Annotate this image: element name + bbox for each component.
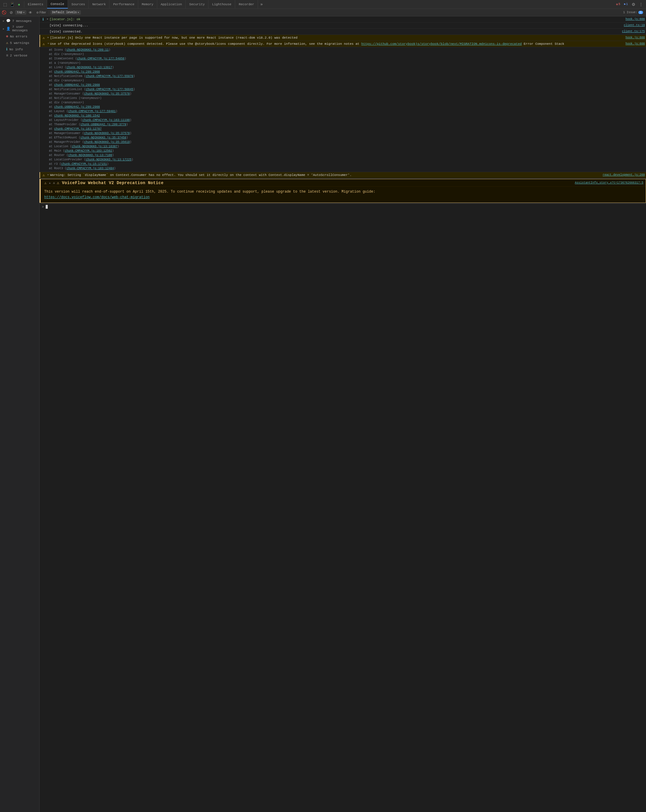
deprecated-icons-link[interactable]: https://github.com/storybookjs/storybook… — [361, 42, 522, 46]
stack-link-10[interactable]: chunk-CMPACYYM.js:177:56645 — [86, 88, 133, 91]
context-dropdown[interactable]: top ▾ — [15, 10, 26, 15]
stack-link-27[interactable]: chunk-CMPACYYM.js:15:17151 — [61, 162, 107, 166]
log-react-instance-source[interactable]: hook.js:608 — [623, 35, 645, 39]
errors-count: 5 — [619, 3, 620, 6]
stack-line-20: at ManagerConsumer (chunk-NQ2K6KKO.js:35… — [49, 131, 645, 136]
stack-link-20[interactable]: chunk-NQ2K6KKO.js:35:37578 — [84, 132, 130, 135]
extensions-icon[interactable]: ● — [16, 1, 22, 8]
stack-line-18: at ThemeProvider (chunk-U0BNU442.js:299:… — [49, 122, 645, 127]
stack-link-15[interactable]: chunk-CMPACYYM.js:177:59401 — [68, 110, 116, 113]
settings-button[interactable]: ⚙ — [630, 1, 637, 8]
log-vite-connected-source[interactable]: client.ts:175 — [620, 29, 645, 33]
errors-badge[interactable]: ⊗ 5 — [615, 2, 622, 6]
stack-line-8: at div (<anonymous>) — [49, 78, 645, 83]
warnings-icon: ⚠ — [6, 41, 8, 45]
expand-displayname-icon[interactable]: ▶ — [47, 173, 50, 176]
log-locator-ok-text: [locator.js]: ok — [49, 17, 623, 22]
log-deprecated-icons-source[interactable]: hook.js:608 — [623, 41, 645, 45]
log-vite-connecting-source[interactable]: client.ts:19 — [622, 23, 645, 27]
tab-memory[interactable]: Memory — [138, 0, 157, 9]
stack-line-22: at ManagerProvider (chunk-NQ2K6KKO.js:35… — [49, 140, 645, 144]
sidebar-item-warnings[interactable]: ▶ ⚠ 5 warnings — [1, 40, 39, 46]
expand-react-icon[interactable]: ▶ — [47, 35, 50, 39]
tab-application[interactable]: Application — [157, 0, 186, 9]
levels-arrow-icon: ▾ — [78, 11, 79, 14]
sidebar-item-user-messages[interactable]: ▶ 👤 7 user messages — [1, 24, 39, 33]
stack-link-28[interactable]: chunk-CMPACYYM.js:183:12484 — [66, 167, 114, 170]
messages-icon: 💬 — [6, 19, 11, 23]
stack-line-1: at Icons (chunk-NQ2K6KKO.js:209:11) — [49, 48, 645, 52]
expand-deprecated-icon[interactable]: ▼ — [47, 41, 50, 45]
stack-link-22[interactable]: chunk-NQ2K6KKO.js:35:35619 — [84, 140, 130, 144]
tab-performance[interactable]: Performance — [110, 0, 138, 9]
stack-line-7: at NotificationItem (chunk-CMPACYYM.js:1… — [49, 74, 645, 78]
stack-link-6[interactable]: chunk-U0BNU442.js:299:2908 — [54, 70, 100, 73]
stack-line-23: at Location (chunk-NQ2K6KKO.js:13:16387) — [49, 144, 645, 149]
tab-console[interactable]: Console — [47, 0, 68, 9]
block-icon[interactable]: ⊘ — [8, 10, 14, 15]
vf-warning-header: ⚠ ▶ ⚠ ⚠ VoiceFlow Webchat V2 Deprecation… — [41, 179, 646, 187]
sidebar-item-no-errors[interactable]: ▶ ⊗ No errors — [1, 34, 39, 40]
stack-link-7[interactable]: chunk-CMPACYYM.js:177:55970 — [86, 75, 133, 78]
log-displayname-source[interactable]: react.development.js:209 — [600, 173, 645, 177]
stack-link-14[interactable]: chunk-U0BNU442.js:299:2908 — [54, 105, 100, 108]
stack-link-24[interactable]: chunk-CMPACYYM.js:183:12502 — [65, 149, 112, 153]
sidebar-item-verbose[interactable]: ▶ ≡ 2 verbose — [1, 53, 39, 58]
device-icon[interactable]: 📱 — [9, 1, 15, 8]
stack-line-13: at div (<anonymous>) — [49, 101, 645, 105]
filter-button[interactable]: ⊘ Filter — [35, 10, 48, 15]
stack-link-11[interactable]: chunk-NQ2K6KKO.js:35:37578 — [84, 92, 130, 95]
verbose-icon: ≡ — [6, 53, 8, 58]
vf-migration-link[interactable]: https://docs.voiceflow.com/docs/web-chat… — [44, 195, 150, 199]
console-cursor[interactable] — [46, 205, 48, 209]
log-levels-dropdown[interactable]: Default levels ▾ — [50, 10, 81, 15]
more-button[interactable]: ⋮ — [638, 1, 644, 8]
inspect-icon[interactable]: ⬚ — [2, 1, 8, 8]
devtools-icons: ⬚ 📱 ● — [0, 1, 24, 8]
stack-link-9[interactable]: chunk-U0BNU442.js:299:2908 — [54, 84, 100, 87]
log-locator-ok-source[interactable]: hook.js:608 — [623, 17, 645, 21]
issue-badge: 1 Issue: 1 — [622, 11, 645, 14]
vf-warning-source[interactable]: AssistantInfo_story…x?t=1736762666317:5 — [575, 181, 643, 185]
log-entry-react-instance: ⚠ ▶ [locator.js] Only one React instance… — [40, 35, 646, 41]
tab-recorder[interactable]: Recorder — [235, 0, 258, 9]
stack-link-18[interactable]: chunk-U0BNU442.js:299:3779 — [81, 123, 126, 126]
stack-link-5[interactable]: chunk-NQ2K6KKO.js:13:13917 — [66, 66, 112, 69]
tab-sources[interactable]: Sources — [68, 0, 89, 9]
stack-line-6: at chunk-U0BNU442.js:299:2908 — [49, 70, 645, 74]
tab-network[interactable]: Network — [89, 0, 110, 9]
no-info-label: No info — [9, 48, 23, 51]
tabs-more-button[interactable]: » — [258, 0, 265, 9]
issue-count[interactable]: 1 — [638, 11, 643, 14]
stack-link-21[interactable]: chunk-NQ2K6KKO.js:35:37458 — [81, 136, 126, 139]
warnings-label: 5 warnings — [10, 41, 29, 45]
stack-link-19[interactable]: chunk-CMPACYYM.js:183:12787 — [54, 127, 102, 131]
clear-console-button[interactable]: 🚫 — [1, 10, 7, 15]
sidebar-item-messages[interactable]: ▶ 💬 7 messages — [1, 18, 39, 24]
warn-react-icon: ⚠ — [41, 35, 46, 40]
stack-link-16[interactable]: chunk-NQ2K6KKO.js:100:1542 — [54, 114, 100, 118]
expand-vf-icon[interactable]: ▶ — [48, 181, 52, 185]
console-sidebar: ▶ 💬 7 messages ▶ 👤 7 user messages ▶ ⊗ N… — [0, 17, 40, 812]
tab-security[interactable]: Security — [186, 0, 209, 9]
stack-link-1[interactable]: chunk-NQ2K6KKO.js:209:11 — [66, 48, 108, 52]
eye-button[interactable]: 👁 — [27, 10, 34, 15]
tab-right-controls: ⊗ 5 ⚑ 1 ⚙ ⋮ — [613, 1, 646, 8]
stack-line-15: at Layout (chunk-CMPACYYM.js:177:59401) — [49, 109, 645, 114]
stack-link-3[interactable]: chunk-CMPACYYM.js:177:54856 — [77, 57, 124, 60]
warnings-badge[interactable]: ⚑ 1 — [623, 2, 629, 6]
stack-link-26[interactable]: chunk-NQ2K6KKO.js:13:17225 — [86, 158, 131, 161]
log-stack-trace: at Icons (chunk-NQ2K6KKO.js:209:11) at d… — [40, 47, 646, 172]
console-input-line: > — [40, 203, 646, 210]
stack-line-16: at chunk-NQ2K6KKO.js:100:1542 — [49, 114, 645, 118]
main-tabs: Elements Console Sources Network Perform… — [24, 0, 613, 9]
stack-link-23[interactable]: chunk-NQ2K6KKO.js:13:16387 — [72, 145, 118, 148]
stack-link-17[interactable]: chunk-CMPACYYM.js:163:11190 — [82, 119, 130, 122]
tab-elements[interactable]: Elements — [24, 0, 47, 9]
stack-link-25[interactable]: chunk-NQ2K6KKO.js:13:7100 — [68, 154, 112, 157]
vf-warning-title: ⚠ VoiceFlow Webchat V2 Deprecation Notic… — [57, 180, 164, 185]
main-layout: ▶ 💬 7 messages ▶ 👤 7 user messages ▶ ⊗ N… — [0, 17, 646, 812]
sidebar-item-no-info[interactable]: ▶ ℹ No info — [1, 46, 39, 52]
expand-locator-icon[interactable]: ▶ — [46, 17, 49, 20]
tab-lighthouse[interactable]: Lighthouse — [209, 0, 235, 9]
